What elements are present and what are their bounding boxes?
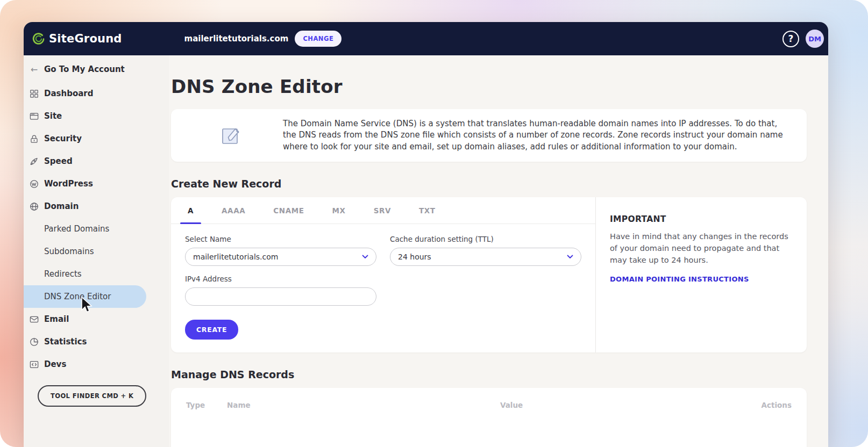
- main-content: DNS Zone Editor The Domain Name Service …: [169, 55, 828, 447]
- pie-chart-icon: [29, 337, 39, 347]
- ttl-value: 24 hours: [398, 253, 431, 261]
- change-domain-button[interactable]: CHANGE: [295, 31, 341, 47]
- sidebar-item-redirects[interactable]: Redirects: [24, 263, 169, 285]
- browser-icon: [29, 111, 39, 121]
- sidebar-item-speed[interactable]: Speed: [24, 150, 169, 172]
- dns-info-box: The Domain Name Service (DNS) is a syste…: [171, 109, 807, 162]
- manage-dns-records-heading: Manage DNS Records: [171, 369, 807, 380]
- wordpress-icon: [29, 179, 39, 189]
- sidebar-item-label: WordPress: [44, 179, 93, 189]
- column-header-type: Type: [186, 401, 227, 409]
- sidebar-item-statistics[interactable]: Statistics: [24, 330, 169, 353]
- avatar[interactable]: DM: [806, 30, 824, 48]
- create-button[interactable]: CREATE: [185, 320, 238, 340]
- arrow-left-icon: ←: [29, 64, 39, 75]
- sidebar-item-label: Domain: [44, 201, 79, 211]
- help-icon[interactable]: ?: [782, 31, 799, 47]
- sidebar-item-label: Devs: [44, 359, 66, 369]
- current-domain: mailerlitetutorials.com: [184, 34, 289, 44]
- ttl-label: Cache duration setting (TTL): [390, 235, 581, 243]
- app-body: ← Go To My Account Dashboard Site: [24, 55, 828, 447]
- sidebar-item-go-to-my-account[interactable]: ← Go To My Account: [24, 55, 169, 80]
- tab-mx[interactable]: MX: [325, 197, 353, 224]
- sidebar-item-site[interactable]: Site: [24, 105, 169, 127]
- sidebar-item-security[interactable]: Security: [24, 127, 169, 150]
- form-body: Select Name mailerlitetutorials.com: [171, 224, 595, 350]
- mail-icon: [29, 314, 39, 325]
- sidebar-item-dns-zone-editor[interactable]: DNS Zone Editor: [24, 285, 146, 308]
- important-heading: IMPORTANT: [610, 214, 793, 224]
- siteground-logo-icon: [31, 32, 46, 46]
- tab-srv[interactable]: SRV: [366, 197, 399, 224]
- sidebar-item-dashboard[interactable]: Dashboard: [24, 82, 169, 105]
- tab-aaaa[interactable]: AAAA: [214, 197, 253, 224]
- code-icon: [29, 359, 39, 370]
- ttl-dropdown[interactable]: 24 hours: [390, 248, 581, 266]
- ipv4-input[interactable]: [185, 287, 376, 306]
- select-name-label: Select Name: [185, 235, 376, 243]
- brand-name: SiteGround: [49, 32, 122, 45]
- dns-info-text: The Domain Name Service (DNS) is a syste…: [283, 118, 792, 153]
- tool-finder-button[interactable]: TOOL FINDER CMD + K: [38, 385, 146, 407]
- sidebar-item-domain[interactable]: Domain: [24, 195, 169, 218]
- tab-cname[interactable]: CNAME: [266, 197, 311, 224]
- table-header-row: Type Name Value Actions: [171, 388, 807, 409]
- record-type-tabs: A AAAA CNAME MX SRV TXT: [171, 197, 595, 224]
- globe-icon: [29, 201, 39, 212]
- sidebar-item-parked-domains[interactable]: Parked Domains: [24, 218, 169, 240]
- tab-txt[interactable]: TXT: [411, 197, 443, 224]
- chevron-down-icon: [362, 255, 368, 259]
- sidebar: ← Go To My Account Dashboard Site: [24, 55, 169, 447]
- topbar: SiteGround mailerlitetutorials.com CHANG…: [24, 22, 828, 55]
- sidebar-item-label: Statistics: [44, 337, 87, 347]
- column-header-name: Name: [227, 401, 500, 409]
- ipv4-label: IPv4 Address: [185, 275, 581, 283]
- column-header-value: Value: [500, 401, 762, 409]
- sidebar-item-label: Speed: [44, 156, 73, 166]
- important-text: Have in mind that any changes in the rec…: [610, 230, 793, 266]
- sidebar-item-label: Security: [44, 134, 82, 143]
- create-record-card: A AAAA CNAME MX SRV TXT Select Name: [171, 197, 807, 352]
- sidebar-item-label: Redirects: [44, 269, 82, 279]
- sidebar-item-label: DNS Zone Editor: [44, 292, 111, 301]
- grid-icon: [29, 89, 39, 99]
- sidebar-item-label: Site: [44, 111, 62, 121]
- sidebar-item-label: Subdomains: [44, 247, 94, 256]
- current-domain-group: mailerlitetutorials.com CHANGE: [184, 31, 342, 47]
- chevron-down-icon: [567, 255, 573, 259]
- sidebar-item-label: Go To My Account: [44, 64, 125, 74]
- select-name-field: Select Name mailerlitetutorials.com: [185, 235, 376, 266]
- page-title: DNS Zone Editor: [171, 76, 807, 97]
- siteground-logo[interactable]: SiteGround: [31, 32, 122, 46]
- select-name-dropdown[interactable]: mailerlitetutorials.com: [185, 248, 376, 266]
- important-panel: IMPORTANT Have in mind that any changes …: [596, 197, 807, 352]
- domain-pointing-instructions-link[interactable]: DOMAIN POINTING INSTRUCTIONS: [610, 275, 749, 283]
- sidebar-item-label: Dashboard: [44, 89, 93, 98]
- sidebar-item-subdomains[interactable]: Subdomains: [24, 240, 169, 263]
- sidebar-item-label: Email: [44, 314, 69, 324]
- topbar-right: ? DM: [782, 30, 816, 48]
- note-pencil-icon: [218, 122, 245, 149]
- sidebar-item-email[interactable]: Email: [24, 308, 169, 330]
- ttl-field: Cache duration setting (TTL) 24 hours: [390, 235, 581, 266]
- sidebar-item-wordpress[interactable]: WordPress: [24, 172, 169, 195]
- dns-records-table: Type Name Value Actions: [171, 388, 807, 447]
- sidebar-item-devs[interactable]: Devs: [24, 353, 169, 376]
- tab-a[interactable]: A: [180, 197, 201, 224]
- create-new-record-heading: Create New Record: [171, 178, 807, 190]
- sidebar-item-label: Parked Domains: [44, 224, 109, 234]
- column-header-actions: Actions: [762, 401, 792, 409]
- lock-icon: [29, 134, 39, 144]
- select-name-value: mailerlitetutorials.com: [193, 253, 278, 261]
- app-window: SiteGround mailerlitetutorials.com CHANG…: [24, 22, 828, 447]
- rocket-icon: [29, 156, 39, 167]
- page-background: SiteGround mailerlitetutorials.com CHANG…: [0, 0, 868, 447]
- create-record-form: A AAAA CNAME MX SRV TXT Select Name: [171, 197, 596, 352]
- ipv4-field: IPv4 Address: [185, 275, 581, 306]
